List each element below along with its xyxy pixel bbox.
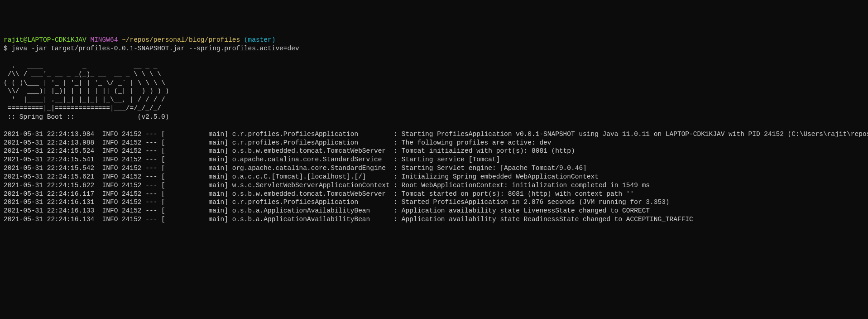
log-entry: 2021-05-31 22:24:13.984 INFO 24152 --- [… — [4, 130, 868, 138]
banner-line: \\/ ___)| |_)| | | | | || (_| | ) ) ) ) — [4, 87, 169, 95]
prompt-user-host: rajit@LAPTOP-CDK1KJAV — [4, 36, 86, 44]
terminal-output[interactable]: rajit@LAPTOP-CDK1KJAV MINGW64 ~/repos/pe… — [4, 36, 864, 224]
log-entry: 2021-05-31 22:24:15.622 INFO 24152 --- [… — [4, 182, 650, 189]
log-entry: 2021-05-31 22:24:13.988 INFO 24152 --- [… — [4, 139, 551, 146]
banner-line: ( ( )\___ | '_ | '_| | '_ \/ _` | \ \ \ … — [4, 79, 165, 87]
banner-line: =========|_|==============|___/=/_/_/_/ — [4, 105, 161, 112]
banner-line: ' |____| .__|_| |_|_| |_\__, | / / / / — [4, 96, 165, 103]
banner-line: /\\ / ___'_ __ _ _(_)_ __ __ _ \ \ \ \ — [4, 71, 161, 78]
banner-line: . ____ _ __ _ _ — [4, 62, 157, 69]
log-entry: 2021-05-31 22:24:15.524 INFO 24152 --- [… — [4, 147, 575, 155]
prompt-dollar: $ — [4, 45, 8, 52]
log-entry: 2021-05-31 22:24:16.117 INFO 24152 --- [… — [4, 190, 634, 198]
banner-line: :: Spring Boot :: (v2.5.0) — [4, 113, 169, 121]
prompt-line: rajit@LAPTOP-CDK1KJAV MINGW64 ~/repos/pe… — [4, 36, 275, 44]
log-entry: 2021-05-31 22:24:16.134 INFO 24152 --- [… — [4, 216, 693, 223]
command-line: $ java -jar target/profiles-0.0.1-SNAPSH… — [4, 45, 299, 52]
log-entry: 2021-05-31 22:24:15.542 INFO 24152 --- [… — [4, 164, 587, 172]
prompt-shell: MINGW64 — [90, 36, 118, 44]
spring-boot-banner: . ____ _ __ _ _ /\\ / ___'_ __ _ _(_)_ _… — [4, 62, 169, 121]
log-entry: 2021-05-31 22:24:16.131 INFO 24152 --- [… — [4, 198, 670, 206]
prompt-path: ~/repos/personal/blog/profiles — [122, 36, 240, 44]
command-text: java -jar target/profiles-0.0.1-SNAPSHOT… — [11, 45, 299, 52]
log-entry: 2021-05-31 22:24:15.621 INFO 24152 --- [… — [4, 173, 599, 180]
log-entry: 2021-05-31 22:24:16.133 INFO 24152 --- [… — [4, 207, 650, 214]
log-entry: 2021-05-31 22:24:15.541 INFO 24152 --- [… — [4, 156, 500, 163]
prompt-branch: (master) — [244, 36, 276, 44]
